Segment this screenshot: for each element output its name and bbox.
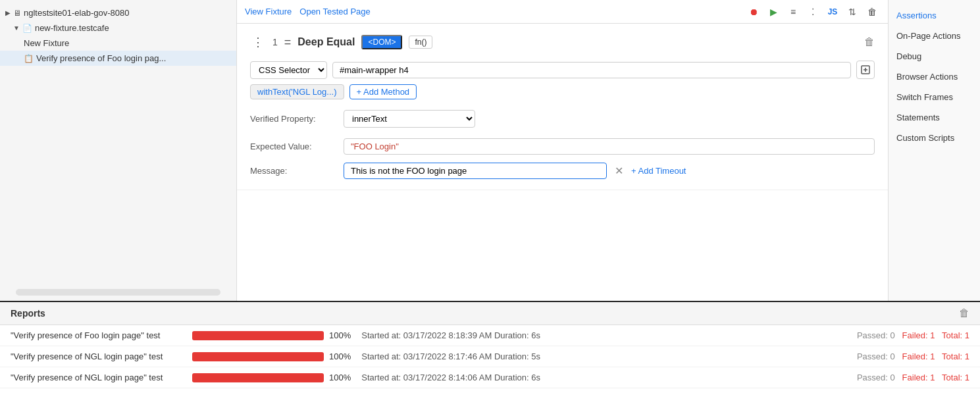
assertion-block: ⋮ 1 = Deep Equal <DOM> fn() 🗑 CSS Select… <box>237 24 888 190</box>
report-row: "Verify presence of Foo login page" test… <box>0 325 980 346</box>
equals-symbol: = <box>284 36 292 49</box>
sidebar: ▶ 🖥 ngltestsite01-elab-gov-8080 ▼ 📄 new-… <box>0 0 237 301</box>
verify-foo-label: Verify presence of Foo login pag... <box>36 53 166 63</box>
with-text-method-button[interactable]: withText('NGL Log...) <box>250 84 344 99</box>
arrow-icon: ▼ <box>13 24 20 32</box>
file-icon: 📄 <box>22 24 32 33</box>
list-unordered-icon[interactable]: ⁚ <box>805 4 821 20</box>
sidebar-item-fixture-file[interactable]: ▼ 📄 new-fixture.testcafe <box>0 20 236 36</box>
fixture-file-label: new-fixture.testcafe <box>35 23 109 33</box>
report-name: "Verify presence of Foo login page" test <box>11 330 182 340</box>
selector-expand-button[interactable] <box>856 61 875 79</box>
fn-badge-button[interactable]: fn() <box>409 36 432 49</box>
report-bar <box>192 373 324 382</box>
report-passed: Passed: 0 <box>857 330 895 340</box>
sidebar-item-switch-frames[interactable]: Switch Frames <box>889 87 980 107</box>
selector-input[interactable] <box>332 62 851 78</box>
monitor-icon: 🖥 <box>13 9 21 18</box>
expected-value-row: Expected Value: <box>250 138 875 155</box>
assertion-type-label: Deep Equal <box>297 36 355 48</box>
message-clear-button[interactable]: ✕ <box>615 165 623 177</box>
report-meta: Started at: 03/17/2022 8:18:39 AM Durati… <box>361 330 846 340</box>
dom-badge-button[interactable]: <DOM> <box>361 35 402 49</box>
report-row: "Verify presence of NGL login page" test… <box>0 367 980 388</box>
report-failed: Failed: 1 <box>902 330 935 340</box>
delete-assertion-button[interactable]: 🗑 <box>864 36 875 48</box>
report-bar-container: 100% <box>192 351 351 361</box>
record-button[interactable]: ⏺ <box>746 4 761 20</box>
report-bar <box>192 331 324 340</box>
collapse-icon[interactable]: ⇅ <box>844 4 860 20</box>
report-passed: Passed: 0 <box>857 351 895 361</box>
play-button[interactable]: ▶ <box>765 4 781 20</box>
report-stats: Passed: 0 Failed: 1 Total: 1 <box>857 351 969 361</box>
expected-value-label: Expected Value: <box>250 142 336 151</box>
report-passed: Passed: 0 <box>857 373 895 382</box>
verified-property-select[interactable]: innerText <box>344 110 475 128</box>
report-total: Total: 1 <box>942 351 969 361</box>
top-toolbar: View Fixture Open Tested Page ⏺ ▶ ≡ ⁚ JS… <box>237 0 888 24</box>
report-failed: Failed: 1 <box>902 351 935 361</box>
verified-property-label: Verified Property: <box>250 114 336 124</box>
new-fixture-label: New Fixture <box>24 38 69 48</box>
report-failed: Failed: 1 <box>902 373 935 382</box>
message-input[interactable] <box>344 163 607 179</box>
selector-type-select[interactable]: CSS Selector <box>250 61 327 79</box>
reports-header: Reports 🗑 <box>0 302 980 325</box>
selector-row: CSS Selector <box>250 61 875 79</box>
list-ordered-icon[interactable]: ≡ <box>785 4 801 20</box>
report-bar-container: 100% <box>192 330 351 340</box>
report-total: Total: 1 <box>942 373 969 382</box>
report-bar <box>192 352 324 361</box>
message-label: Message: <box>250 166 336 176</box>
sidebar-item-debug[interactable]: Debug <box>889 46 980 66</box>
reports-title: Reports <box>11 308 45 319</box>
sidebar-item-on-page-actions[interactable]: On-Page Actions <box>889 26 980 46</box>
toolbar-icons: ⏺ ▶ ≡ ⁚ JS ⇅ 🗑 <box>746 4 880 20</box>
reports-section: Reports 🗑 "Verify presence of Foo login … <box>0 301 980 416</box>
file-tree: ▶ 🖥 ngltestsite01-elab-gov-8080 ▼ 📄 new-… <box>0 0 236 284</box>
main-content: View Fixture Open Tested Page ⏺ ▶ ≡ ⁚ JS… <box>237 0 888 301</box>
test-icon: 📋 <box>24 54 34 63</box>
sidebar-item-server[interactable]: ▶ 🖥 ngltestsite01-elab-gov-8080 <box>0 5 236 20</box>
sidebar-item-assertions[interactable]: Assertions <box>889 5 980 26</box>
assertion-header: ⋮ 1 = Deep Equal <DOM> fn() 🗑 <box>250 34 875 50</box>
report-bar-container: 100% <box>192 373 351 382</box>
method-row: withText('NGL Log...) + Add Method <box>250 84 875 99</box>
report-row: "Verify presence of NGL login page" test… <box>0 346 980 367</box>
message-row: Message: ✕ + Add Timeout <box>250 163 875 179</box>
report-rows-container: "Verify presence of Foo login page" test… <box>0 325 980 388</box>
right-sidebar: Assertions On-Page Actions Debug Browser… <box>888 0 980 301</box>
report-percent: 100% <box>329 373 351 382</box>
expected-value-input[interactable] <box>344 138 875 155</box>
add-method-button[interactable]: + Add Method <box>349 84 417 99</box>
verified-property-row: Verified Property: innerText <box>250 110 875 128</box>
open-tested-page-link[interactable]: Open Tested Page <box>299 7 370 16</box>
report-total: Total: 1 <box>942 330 969 340</box>
report-name: "Verify presence of NGL login page" test <box>11 351 182 361</box>
sidebar-item-new-fixture[interactable]: New Fixture <box>0 36 236 51</box>
report-stats: Passed: 0 Failed: 1 Total: 1 <box>857 373 969 382</box>
report-meta: Started at: 03/17/2022 8:14:06 AM Durati… <box>361 373 846 382</box>
report-percent: 100% <box>329 351 351 361</box>
view-fixture-link[interactable]: View Fixture <box>245 7 292 16</box>
report-stats: Passed: 0 Failed: 1 Total: 1 <box>857 330 969 340</box>
sidebar-item-verify-foo[interactable]: 📋 Verify presence of Foo login pag... <box>0 51 236 66</box>
add-timeout-button[interactable]: + Add Timeout <box>631 166 686 176</box>
report-percent: 100% <box>329 330 351 340</box>
arrow-icon: ▶ <box>5 9 11 16</box>
more-options-button[interactable]: ⋮ <box>250 34 266 50</box>
step-number: 1 <box>272 37 278 47</box>
sidebar-item-statements[interactable]: Statements <box>889 107 980 128</box>
reports-clear-button[interactable]: 🗑 <box>959 307 969 319</box>
report-name: "Verify presence of NGL login page" test <box>11 373 182 382</box>
js-button[interactable]: JS <box>825 4 840 20</box>
report-meta: Started at: 03/17/2022 8:17:46 AM Durati… <box>361 351 846 361</box>
sidebar-item-custom-scripts[interactable]: Custom Scripts <box>889 128 980 148</box>
server-label: ngltestsite01-elab-gov-8080 <box>24 8 129 18</box>
trash-icon[interactable]: 🗑 <box>864 4 880 20</box>
scrollbar[interactable] <box>16 289 220 296</box>
sidebar-item-browser-actions[interactable]: Browser Actions <box>889 66 980 87</box>
